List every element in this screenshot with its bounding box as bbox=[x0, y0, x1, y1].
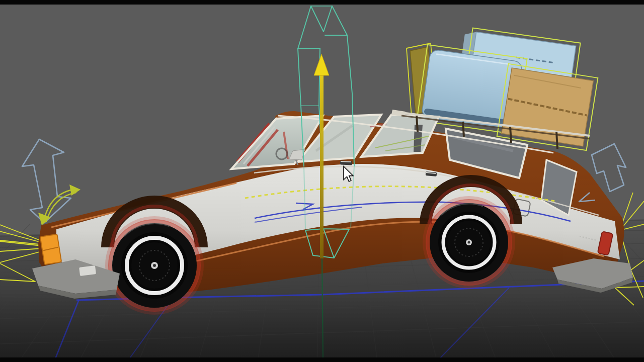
letterbox-top bbox=[0, 0, 644, 5]
viewport[interactable] bbox=[0, 0, 644, 362]
door-handle-front bbox=[340, 160, 352, 165]
viewport-canvas[interactable] bbox=[0, 0, 644, 362]
bottom-vignette bbox=[0, 292, 644, 358]
rear-wheel[interactable] bbox=[425, 198, 513, 287]
letterbox-bottom bbox=[0, 357, 644, 362]
